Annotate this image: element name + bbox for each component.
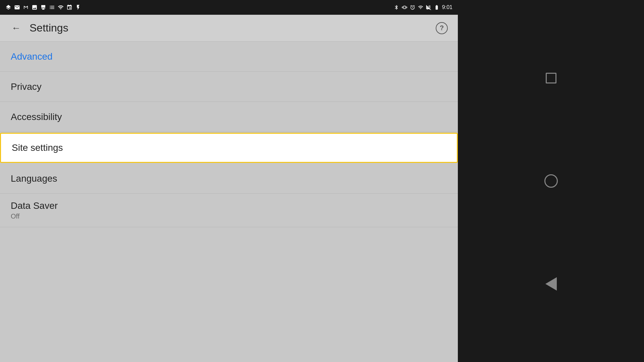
settings-item-advanced-title: Advanced [11,51,447,62]
wifi-connected-icon [418,5,423,10]
settings-item-advanced[interactable]: Advanced [0,42,458,72]
signal-icon [426,5,431,10]
status-bar-right-icons: 9:01 [394,4,452,10]
settings-item-data-saver-subtitle: Off [11,213,447,220]
wifi-icon-status [58,4,64,10]
settings-item-accessibility-title: Accessibility [11,112,447,122]
status-bar-left-icons [5,4,81,10]
gmail-icon [23,4,29,10]
alarm-icon [410,5,415,10]
device-screen: 9:01 ← Settings ? Advanced Privacy Acces… [0,0,458,362]
battery-icon [434,5,439,10]
recents-icon [546,73,556,83]
help-icon: ? [436,22,448,34]
home-button[interactable] [541,171,561,191]
settings-item-privacy-title: Privacy [11,81,447,92]
settings-item-site-settings[interactable]: Site settings [0,133,458,163]
bluetooth-icon [394,5,399,10]
status-time: 9:01 [442,4,452,10]
recents-button[interactable] [541,68,561,88]
exchange-icon [49,4,55,10]
email-icon [14,4,20,10]
home-icon [544,174,558,188]
settings-item-data-saver[interactable]: Data Saver Off [0,194,458,227]
settings-item-site-settings-title: Site settings [12,142,446,153]
calendar-icon [66,4,72,10]
page-title: Settings [30,22,434,34]
back-button[interactable]: ← [8,20,24,36]
layers-icon [5,4,11,10]
settings-item-languages[interactable]: Languages [0,164,458,194]
app-bar: ← Settings ? [0,15,458,42]
android-nav-panel [458,0,644,362]
settings-item-data-saver-title: Data Saver [11,200,447,211]
help-button[interactable]: ? [434,20,450,36]
settings-item-privacy[interactable]: Privacy [0,72,458,102]
back-arrow-icon: ← [11,23,21,34]
monitor-icon [40,4,46,10]
settings-list: Advanced Privacy Accessibility Site sett… [0,42,458,362]
status-bar: 9:01 [0,0,458,15]
back-nav-icon [545,277,557,291]
bolt-icon [75,4,81,10]
settings-item-accessibility[interactable]: Accessibility [0,102,458,132]
back-nav-button[interactable] [541,274,561,294]
settings-item-languages-title: Languages [11,173,447,184]
image-icon [32,4,38,10]
vibrate-icon [402,5,407,10]
